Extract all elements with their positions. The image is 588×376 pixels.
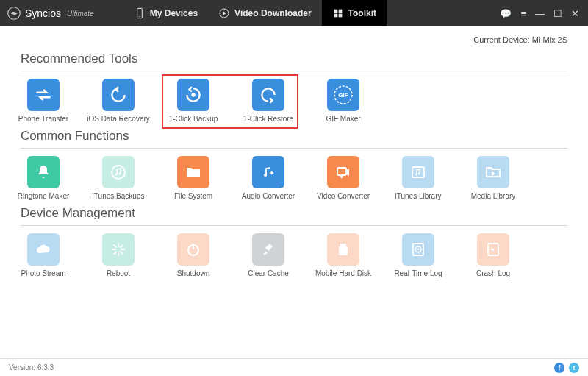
tool-audio-converter[interactable]: Audio Converter [245, 156, 291, 200]
svg-line-23 [114, 245, 116, 247]
power-icon [184, 241, 202, 258]
tool-file-system[interactable]: File System [171, 156, 216, 200]
tool-media-library[interactable]: Media Library [470, 156, 516, 200]
tool-clear-cache[interactable]: Clear Cache [245, 233, 291, 277]
svg-point-18 [418, 173, 420, 174]
svg-rect-6 [334, 14, 337, 18]
tool-ringtone-maker[interactable]: Ringtone Maker [21, 156, 66, 200]
svg-rect-5 [338, 10, 342, 13]
svg-text:GIF: GIF [338, 92, 348, 99]
version-number: 6.3.3 [37, 363, 54, 372]
facebook-icon[interactable]: f [554, 363, 564, 373]
menu-icon[interactable]: ≡ [520, 9, 526, 18]
current-device: Current Device: Mi Mix 2S [21, 32, 567, 46]
play-circle-icon [218, 7, 230, 19]
tool-photo-stream[interactable]: Photo Stream [21, 233, 66, 277]
audio-convert-icon [259, 163, 277, 181]
video-convert-icon [334, 163, 352, 181]
common-row: Ringtone Maker iTunes Backups File Syste… [21, 156, 567, 200]
svg-rect-29 [340, 244, 346, 246]
tool-realtime-log[interactable]: Real-Time Log [395, 233, 441, 277]
section-common-title: Common Functions [21, 129, 567, 143]
tab-my-devices[interactable]: My Devices [123, 0, 208, 26]
app-name: Syncios [25, 7, 61, 19]
syncios-logo-icon [7, 7, 21, 20]
twitter-icon[interactable]: t [569, 363, 579, 373]
version-label: Version: [9, 363, 35, 372]
gif-icon: GIF [332, 84, 354, 106]
cloud-icon [35, 241, 52, 258]
titlebar: Syncios Ultimate My Devices Video Downlo… [0, 0, 588, 26]
device-row: Photo Stream Reboot Shutdown Clear Cache… [21, 233, 567, 277]
logo: Syncios Ultimate [0, 7, 101, 20]
tab-label: Toolkit [348, 8, 376, 18]
svg-rect-30 [339, 246, 348, 255]
tool-video-converter[interactable]: Video Converter [320, 156, 366, 200]
divider [21, 225, 567, 226]
svg-point-11 [112, 166, 125, 179]
recovery-icon [109, 85, 128, 104]
tab-label: My Devices [150, 8, 198, 18]
tab-label: Video Downloader [234, 8, 311, 18]
svg-rect-4 [334, 10, 337, 13]
maximize-icon[interactable]: ☐ [553, 9, 562, 18]
broom-icon [259, 241, 277, 258]
tool-phone-transfer[interactable]: Phone Transfer [21, 79, 66, 123]
tool-ios-recovery[interactable]: iOS Data Recovery [96, 79, 141, 123]
svg-point-2 [139, 16, 140, 17]
tool-gif-maker[interactable]: GIF GIF Maker [320, 79, 366, 123]
tool-itunes-library[interactable]: iTunes Library [395, 156, 441, 200]
svg-rect-7 [338, 14, 342, 18]
tool-crash-log[interactable]: Crash Log [470, 233, 516, 277]
svg-point-17 [415, 174, 417, 175]
section-device-title: Device Management [21, 206, 567, 221]
svg-line-25 [114, 252, 116, 254]
crash-log-icon [484, 241, 502, 258]
svg-rect-16 [412, 167, 424, 177]
folder-icon [184, 163, 202, 181]
phone-icon [134, 7, 146, 19]
svg-line-26 [121, 245, 123, 247]
tool-shutdown[interactable]: Shutdown [171, 233, 216, 277]
divider [21, 148, 567, 149]
social-links: f t [554, 363, 579, 373]
bell-icon [35, 163, 52, 181]
svg-point-13 [119, 173, 121, 175]
tab-video-downloader[interactable]: Video Downloader [208, 0, 321, 26]
transfer-icon [34, 85, 53, 104]
svg-point-12 [115, 174, 118, 176]
library-icon [409, 163, 427, 181]
clock-log-icon [409, 241, 427, 258]
window-controls: 💬 ≡ — ☐ ✕ [500, 9, 588, 18]
section-recommended-title: Recommended Tools [21, 52, 567, 66]
grid-icon [332, 7, 344, 19]
reboot-icon [110, 241, 127, 258]
message-icon[interactable]: 💬 [500, 9, 512, 18]
svg-line-24 [121, 252, 123, 254]
svg-point-14 [264, 174, 267, 177]
footer: Version: 6.3.3 f t [0, 358, 588, 376]
svg-rect-15 [337, 168, 346, 175]
tab-toolkit[interactable]: Toolkit [322, 0, 387, 26]
tool-itunes-backups[interactable]: iTunes Backups [96, 156, 141, 200]
recommended-row: Phone Transfer iOS Data Recovery 1-Click… [21, 79, 567, 123]
minimize-icon[interactable]: — [535, 9, 545, 18]
music-note-icon [110, 163, 127, 181]
media-folder-icon [484, 163, 502, 181]
tool-mobile-hard-disk[interactable]: Mobile Hard Disk [320, 233, 366, 277]
tool-reboot[interactable]: Reboot [96, 233, 141, 277]
usb-disk-icon [334, 241, 352, 258]
close-icon[interactable]: ✕ [571, 9, 579, 18]
app-edition: Ultimate [67, 10, 94, 18]
divider [21, 71, 567, 71]
nav-tabs: My Devices Video Downloader Toolkit [123, 0, 387, 26]
content: Current Device: Mi Mix 2S Recommended To… [0, 26, 588, 358]
highlight-annotation [162, 74, 298, 129]
